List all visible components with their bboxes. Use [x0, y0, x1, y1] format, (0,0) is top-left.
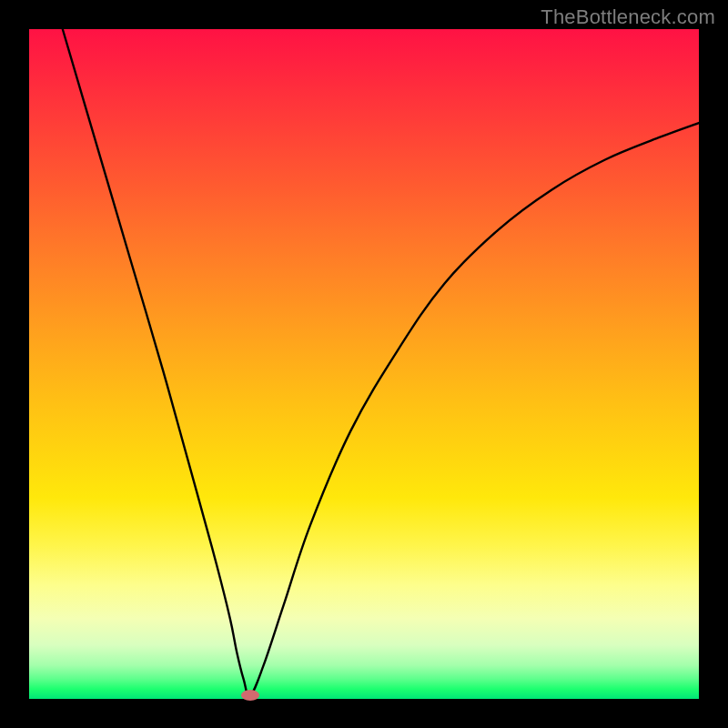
plot-area: [29, 29, 699, 699]
curve-path: [63, 29, 699, 696]
watermark-text: TheBottleneck.com: [541, 5, 715, 29]
chart-frame: TheBottleneck.com: [0, 0, 728, 728]
bottleneck-curve: [29, 29, 699, 699]
minimum-marker: [241, 690, 259, 701]
